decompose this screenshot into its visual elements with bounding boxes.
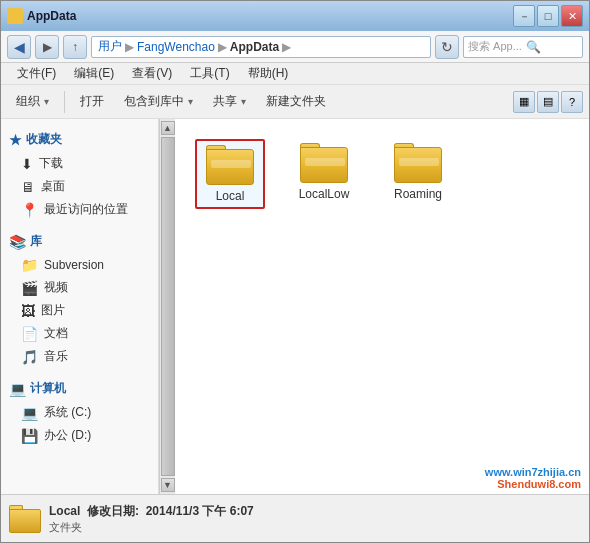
minimize-button[interactable]: － <box>513 5 535 27</box>
address-bar: ◀ ▶ ↑ 用户 ▶ FangWenchao ▶ AppData ▶ ↻ 搜索 … <box>1 31 589 63</box>
toolbar: 组织 ▾ 打开 包含到库中 ▾ 共享 ▾ 新建文件夹 ▦ ▤ ? <box>1 85 589 119</box>
organize-button[interactable]: 组织 ▾ <box>7 88 58 116</box>
scroll-up-arrow[interactable]: ▲ <box>161 121 175 135</box>
sidebar-item-drive-c[interactable]: 💻 系统 (C:) <box>1 401 158 424</box>
folder-locallow-icon <box>300 143 348 183</box>
share-arrow: ▾ <box>241 96 246 107</box>
computer-section: 💻 计算机 💻 系统 (C:) 💾 办公 (D:) <box>1 376 158 447</box>
main-area: ★ 收藏夹 ⬇ 下载 🖥 桌面 📍 最近访问的位置 📚 <box>1 119 589 494</box>
open-button[interactable]: 打开 <box>71 88 113 116</box>
menu-help[interactable]: 帮助(H) <box>240 63 297 84</box>
breadcrumb-fangwenchao[interactable]: FangWenchao <box>137 40 215 54</box>
toolbar-separator-1 <box>64 91 65 113</box>
folder-local-icon <box>206 145 254 185</box>
status-text: Local 修改日期: 2014/11/3 下午 6:07 文件夹 <box>49 503 581 535</box>
maximize-button[interactable]: □ <box>537 5 559 27</box>
watermark-line2: Shenduwi8.com <box>497 478 581 490</box>
content-area: Local LocalLow <box>175 119 589 494</box>
scroll-thumb[interactable] <box>161 137 175 476</box>
view-large-icons[interactable]: ▦ <box>513 91 535 113</box>
favorites-section: ★ 收藏夹 ⬇ 下载 🖥 桌面 📍 最近访问的位置 <box>1 127 158 221</box>
pictures-icon: 🖼 <box>21 303 35 319</box>
menu-view[interactable]: 查看(V) <box>124 63 180 84</box>
download-icon: ⬇ <box>21 156 33 172</box>
libraries-section: 📚 库 📁 Subversion 🎬 视频 🖼 图片 📄 文档 <box>1 229 158 368</box>
drive-c-icon: 💻 <box>21 405 38 421</box>
computer-icon: 💻 <box>9 381 26 397</box>
sidebar: ★ 收藏夹 ⬇ 下载 🖥 桌面 📍 最近访问的位置 📚 <box>1 119 159 494</box>
include-library-arrow: ▾ <box>188 96 193 107</box>
forward-button[interactable]: ▶ <box>35 35 59 59</box>
sidebar-item-music[interactable]: 🎵 音乐 <box>1 345 158 368</box>
folder-roaming[interactable]: Roaming <box>383 139 453 205</box>
scroll-down-arrow[interactable]: ▼ <box>161 478 175 492</box>
status-bar: Local 修改日期: 2014/11/3 下午 6:07 文件夹 <box>1 494 589 542</box>
window-controls: － □ ✕ <box>513 5 583 27</box>
folder-roaming-label: Roaming <box>394 187 442 201</box>
folder-grid: Local LocalLow <box>187 131 577 217</box>
folder-local[interactable]: Local <box>195 139 265 209</box>
include-library-button[interactable]: 包含到库中 ▾ <box>115 88 202 116</box>
menu-tools[interactable]: 工具(T) <box>182 63 237 84</box>
music-icon: 🎵 <box>21 349 38 365</box>
folder-roaming-icon <box>394 143 442 183</box>
libraries-header: 📚 库 <box>1 229 158 254</box>
new-folder-button[interactable]: 新建文件夹 <box>257 88 335 116</box>
drive-d-icon: 💾 <box>21 428 38 444</box>
explorer-window: AppData － □ ✕ ◀ ▶ ↑ 用户 ▶ FangWenchao ▶ A… <box>0 0 590 543</box>
search-placeholder-text: 搜索 App... <box>468 39 522 54</box>
sidebar-item-downloads[interactable]: ⬇ 下载 <box>1 152 158 175</box>
close-button[interactable]: ✕ <box>561 5 583 27</box>
search-bar[interactable]: 搜索 App... 🔍 <box>463 36 583 58</box>
recent-icon: 📍 <box>21 202 38 218</box>
window-title: AppData <box>27 9 76 23</box>
sidebar-item-subversion[interactable]: 📁 Subversion <box>1 254 158 276</box>
video-icon: 🎬 <box>21 280 38 296</box>
subversion-icon: 📁 <box>21 257 38 273</box>
view-details[interactable]: ▤ <box>537 91 559 113</box>
library-icon: 📚 <box>9 234 26 250</box>
title-bar: AppData － □ ✕ <box>1 1 589 31</box>
watermark-line1: www.win7zhijia.cn <box>485 466 581 478</box>
help-button[interactable]: ? <box>561 91 583 113</box>
organize-arrow: ▾ <box>44 96 49 107</box>
share-button[interactable]: 共享 ▾ <box>204 88 255 116</box>
status-folder-type: 文件夹 <box>49 520 581 535</box>
sidebar-item-drive-d[interactable]: 💾 办公 (D:) <box>1 424 158 447</box>
up-button[interactable]: ↑ <box>63 35 87 59</box>
sidebar-item-documents[interactable]: 📄 文档 <box>1 322 158 345</box>
breadcrumb-appdata[interactable]: AppData <box>230 40 279 54</box>
computer-header: 💻 计算机 <box>1 376 158 401</box>
window-icon <box>7 8 23 24</box>
status-folder-icon <box>9 505 41 533</box>
star-icon: ★ <box>9 132 22 148</box>
folder-locallow[interactable]: LocalLow <box>289 139 359 205</box>
back-button[interactable]: ◀ <box>7 35 31 59</box>
breadcrumb-bar[interactable]: 用户 ▶ FangWenchao ▶ AppData ▶ <box>91 36 431 58</box>
breadcrumb-users[interactable]: 用户 <box>98 38 122 55</box>
desktop-icon: 🖥 <box>21 179 35 195</box>
status-folder-name: Local 修改日期: 2014/11/3 下午 6:07 <box>49 503 581 520</box>
favorites-header: ★ 收藏夹 <box>1 127 158 152</box>
search-icon: 🔍 <box>526 40 541 54</box>
sidebar-item-desktop[interactable]: 🖥 桌面 <box>1 175 158 198</box>
folder-local-label: Local <box>216 189 245 203</box>
title-bar-left: AppData <box>7 8 76 24</box>
sidebar-item-recent[interactable]: 📍 最近访问的位置 <box>1 198 158 221</box>
folder-locallow-label: LocalLow <box>299 187 350 201</box>
sidebar-item-pictures[interactable]: 🖼 图片 <box>1 299 158 322</box>
watermark-area: www.win7zhijia.cn Shenduwi8.com <box>409 444 589 494</box>
sidebar-scrollbar[interactable]: ▲ ▼ <box>159 119 175 494</box>
menu-file[interactable]: 文件(F) <box>9 63 64 84</box>
menu-edit[interactable]: 编辑(E) <box>66 63 122 84</box>
view-buttons: ▦ ▤ ? <box>513 91 583 113</box>
refresh-button[interactable]: ↻ <box>435 35 459 59</box>
sidebar-item-video[interactable]: 🎬 视频 <box>1 276 158 299</box>
menu-bar: 文件(F) 编辑(E) 查看(V) 工具(T) 帮助(H) <box>1 63 589 85</box>
documents-icon: 📄 <box>21 326 38 342</box>
